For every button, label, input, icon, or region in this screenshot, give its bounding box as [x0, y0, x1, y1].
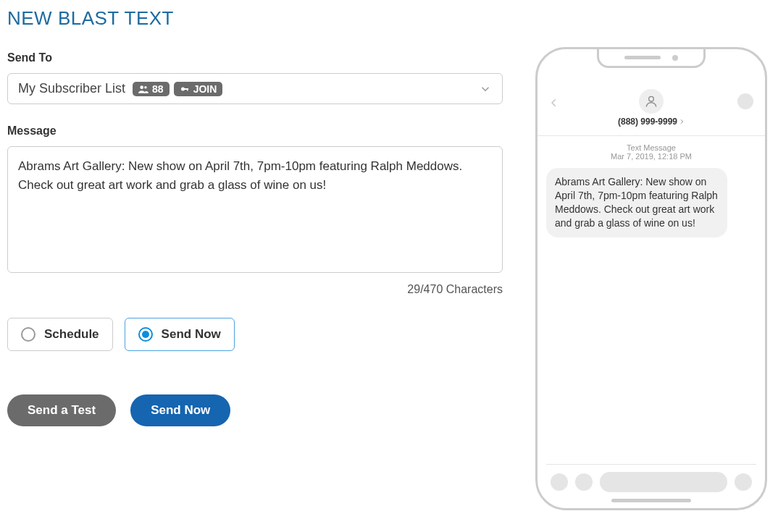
send-to-label: Send To	[7, 51, 503, 64]
keyword-badge: JOIN	[174, 82, 223, 96]
avatar-icon	[639, 89, 664, 114]
subscriber-count: 88	[152, 83, 164, 95]
back-chevron-icon	[549, 95, 559, 111]
schedule-option[interactable]: Schedule	[7, 318, 113, 351]
divider	[538, 135, 765, 136]
header-action-icon	[737, 93, 753, 109]
compose-input	[600, 472, 727, 492]
thread-timestamp: Mar 7, 2019, 12:18 PM	[546, 152, 756, 161]
key-icon	[180, 85, 190, 93]
phone-frame: (888) 999-9999 Text Message Mar 7, 2019,…	[535, 47, 767, 510]
schedule-option-label: Schedule	[44, 327, 99, 342]
svg-point-1	[144, 85, 147, 88]
send-now-button[interactable]: Send Now	[130, 394, 230, 426]
radio-icon	[138, 327, 153, 342]
chevron-right-icon	[679, 118, 685, 125]
phone-screen: (888) 999-9999 Text Message Mar 7, 2019,…	[538, 49, 765, 508]
svg-point-5	[649, 96, 654, 101]
recipient-list-name: My Subscriber List	[18, 81, 125, 96]
svg-rect-4	[187, 88, 188, 91]
preview-phone-number: (888) 999-9999	[618, 117, 677, 127]
radio-icon	[21, 327, 35, 342]
page-title: NEW BLAST TEXT	[7, 7, 503, 30]
subscriber-count-badge: 88	[133, 82, 170, 96]
message-label: Message	[7, 124, 503, 138]
camera-icon	[551, 473, 568, 491]
phone-preview: (888) 999-9999 Text Message Mar 7, 2019,…	[532, 7, 771, 525]
chevron-down-icon	[479, 83, 492, 96]
message-bubble: Abrams Art Gallery: New show on April 7t…	[546, 168, 727, 237]
mic-icon	[735, 473, 752, 491]
people-icon	[138, 85, 149, 93]
message-textarea[interactable]	[7, 146, 503, 273]
compose-bar	[546, 464, 756, 499]
home-indicator-icon	[611, 499, 691, 502]
svg-point-0	[140, 85, 143, 89]
send-now-option-label: Send Now	[162, 327, 221, 342]
send-now-option[interactable]: Send Now	[125, 318, 235, 351]
thread-type-label: Text Message	[546, 143, 756, 152]
character-counter: 29/470 Characters	[7, 283, 503, 296]
message-thread-header: (888) 999-9999	[546, 89, 756, 132]
recipient-list-dropdown[interactable]: My Subscriber List 88 JOIN	[7, 73, 503, 104]
keyword-text: JOIN	[193, 83, 217, 95]
apps-icon	[575, 473, 593, 491]
send-test-button[interactable]: Send a Test	[7, 394, 116, 426]
